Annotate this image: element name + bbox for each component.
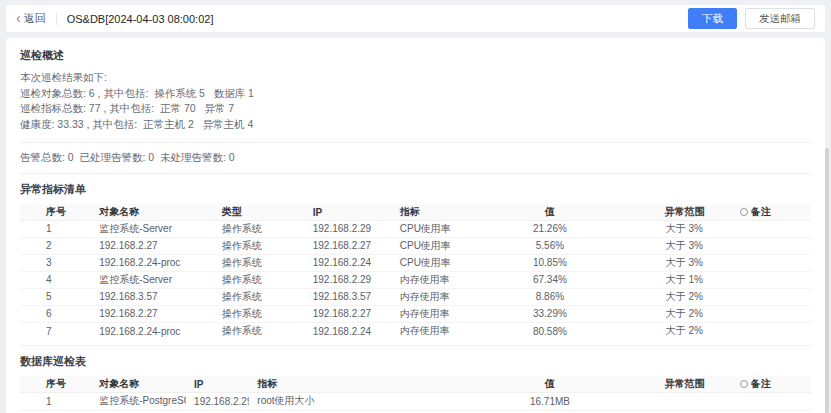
table-cell: 192.168.2.24 (305, 254, 392, 271)
abnormal-metrics-table: 序号对象名称类型IP指标值异常范围备注1监控系统-Server操作系统192.1… (20, 204, 811, 339)
table-cell: 16.71MB (463, 392, 637, 410)
section-overview: 巡检概述 本次巡检结果如下: 巡检对象总数: 6 , 其中包括: 操作系统 5 … (20, 48, 811, 143)
table-cell: 操作系统 (214, 271, 305, 288)
table-cell: 操作系统 (214, 254, 305, 271)
table-cell (732, 305, 811, 322)
overview-line: 巡检对象总数: 6 , 其中包括: 操作系统 5 数据库 1 (20, 87, 811, 100)
database-inspection-table: 序号对象名称IP指标值异常范围备注1监控系统-PostgreSQL192.168… (20, 376, 811, 413)
table-cell: 5.56% (463, 237, 637, 254)
table-cell: 4 (20, 271, 91, 288)
table-cell: 监控系统-Server (91, 220, 214, 237)
table-cell (732, 237, 811, 254)
table-cell: 监控系统-Server (91, 271, 214, 288)
table-cell: 192.168.2.29 (305, 220, 392, 237)
overview-line: 本次巡检结果如下: (20, 71, 811, 84)
table-cell (732, 392, 811, 410)
info-circle-icon (740, 208, 748, 216)
table-cell: 6 (20, 305, 91, 322)
abnormal-metrics-title: 异常指标清单 (20, 182, 811, 197)
table-cell: 大于 3% (637, 254, 732, 271)
table-cell: 192.168.2.24-proc (91, 322, 214, 339)
column-header: 值 (463, 376, 637, 392)
section-alarms: 告警总数: 0 已处理告警数: 0 未处理告警数: 0 (20, 143, 811, 174)
column-header: 备注 (732, 376, 811, 392)
table-cell (732, 322, 811, 339)
table-cell: 操作系统 (214, 220, 305, 237)
table-cell: 操作系统 (214, 322, 305, 339)
table-cell: 67.34% (463, 271, 637, 288)
table-cell: 内存使用率 (392, 322, 463, 339)
table-cell: 21.26% (463, 220, 637, 237)
table-cell: 33.29% (463, 305, 637, 322)
table-cell: 大于 2% (637, 288, 732, 305)
table-cell: CPU使用率 (392, 254, 463, 271)
table-row: 3192.168.2.24-proc操作系统192.168.2.24CPU使用率… (20, 254, 811, 271)
column-header: 类型 (214, 204, 305, 220)
table-cell: 192.168.3.57 (91, 288, 214, 305)
table-cell: 192.168.2.27 (91, 237, 214, 254)
table-row: 1监控系统-PostgreSQL192.168.2.29root使用大小16.7… (20, 392, 811, 410)
table-cell (732, 220, 811, 237)
column-header: 值 (463, 204, 637, 220)
table-row: 7192.168.2.24-proc操作系统192.168.2.24内存使用率8… (20, 322, 811, 339)
overview-line: 巡检指标总数: 77 , 其中包括: 正常 70 异常 7 (20, 102, 811, 115)
table-cell: 大于 1% (637, 271, 732, 288)
table-row: 2192.168.2.27操作系统192.168.2.27CPU使用率5.56%… (20, 237, 811, 254)
table-header-row: 序号对象名称类型IP指标值异常范围备注 (20, 204, 811, 220)
back-button[interactable]: ‹ 返回 (16, 11, 46, 26)
table-cell: CPU使用率 (392, 220, 463, 237)
column-header: 序号 (20, 204, 91, 220)
table-cell: 2 (20, 237, 91, 254)
table-row: 5192.168.3.57操作系统192.168.3.57内存使用率8.86%大… (20, 288, 811, 305)
table-cell: 大于 2% (637, 322, 732, 339)
alarm-summary: 告警总数: 0 已处理告警数: 0 未处理告警数: 0 (20, 151, 811, 165)
table-cell: 内存使用率 (392, 305, 463, 322)
top-bar: ‹ 返回 OS&DB[2024-04-03 08:00:02] 下载 发送邮箱 (6, 5, 825, 32)
page-title: OS&DB[2024-04-03 08:00:02] (67, 13, 214, 25)
table-cell: 80.58% (463, 322, 637, 339)
table-cell: 1 (20, 392, 91, 410)
download-button[interactable]: 下载 (688, 8, 737, 29)
column-header: 对象名称 (91, 204, 214, 220)
table-cell (732, 254, 811, 271)
section-database-inspection: 数据库巡检表 序号对象名称IP指标值异常范围备注1监控系统-PostgreSQL… (20, 346, 811, 413)
table-cell: 大于 3% (637, 237, 732, 254)
database-table-title: 数据库巡检表 (20, 354, 811, 369)
table-cell: 操作系统 (214, 305, 305, 322)
column-header: 异常范围 (637, 204, 732, 220)
table-cell (637, 392, 732, 410)
column-header: 备注 (732, 204, 811, 220)
table-cell: 10.85% (463, 254, 637, 271)
table-cell: 内存使用率 (392, 271, 463, 288)
table-cell: root使用大小 (249, 392, 463, 410)
report-card: 巡检概述 本次巡检结果如下: 巡检对象总数: 6 , 其中包括: 操作系统 5 … (6, 38, 825, 413)
table-cell: 192.168.2.27 (305, 237, 392, 254)
column-header: IP (305, 204, 392, 220)
table-cell: 3 (20, 254, 91, 271)
table-cell: 7 (20, 322, 91, 339)
table-cell: 8.86% (463, 288, 637, 305)
table-row: 6192.168.2.27操作系统192.168.2.27内存使用率33.29%… (20, 305, 811, 322)
section-abnormal-metrics: 异常指标清单 序号对象名称类型IP指标值异常范围备注1监控系统-Server操作… (20, 174, 811, 346)
table-cell: 192.168.2.24-proc (91, 254, 214, 271)
topbar-divider (56, 13, 57, 25)
topbar-actions: 下载 发送邮箱 (688, 8, 815, 29)
overview-title: 巡检概述 (20, 48, 811, 63)
table-cell: 192.168.2.29 (186, 392, 249, 410)
back-label: 返回 (24, 11, 46, 26)
table-cell: 192.168.2.24 (305, 322, 392, 339)
column-header: IP (186, 376, 249, 392)
table-cell: 监控系统-PostgreSQL (91, 392, 186, 410)
vertical-scrollbar[interactable] (825, 148, 829, 413)
send-email-button[interactable]: 发送邮箱 (745, 8, 815, 29)
table-cell: 1 (20, 220, 91, 237)
table-cell: 5 (20, 288, 91, 305)
table-header-row: 序号对象名称IP指标值异常范围备注 (20, 376, 811, 392)
table-cell (732, 271, 811, 288)
table-row: 4监控系统-Server操作系统192.168.2.29内存使用率67.34%大… (20, 271, 811, 288)
table-cell: 192.168.2.29 (305, 271, 392, 288)
table-cell: 操作系统 (214, 237, 305, 254)
column-header: 指标 (249, 376, 463, 392)
table-row: 1监控系统-Server操作系统192.168.2.29CPU使用率21.26%… (20, 220, 811, 237)
table-cell: 192.168.2.27 (91, 305, 214, 322)
